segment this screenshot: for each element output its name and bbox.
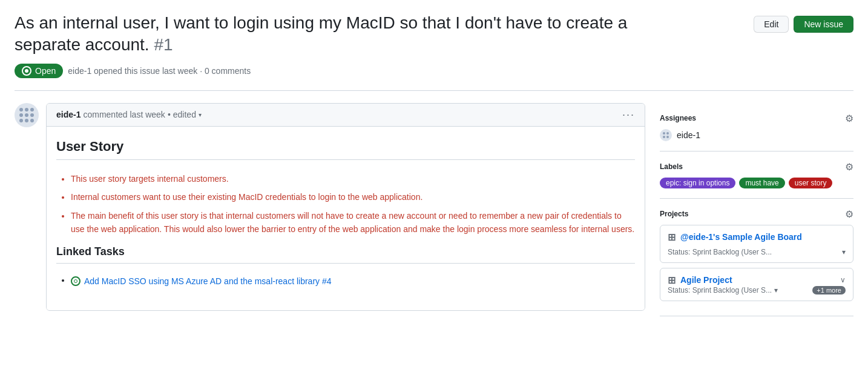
comment-header: eide-1 commented last week • edited ▾ ··… <box>47 104 645 127</box>
chevron-down-icon: ▾ <box>199 111 202 118</box>
project-card-2-header: ⊞ Agile Project ∨ <box>668 274 846 286</box>
projects-header: Projects ⚙ <box>660 208 853 220</box>
issue-meta: Open eide-1 opened this issue last week … <box>15 64 853 78</box>
project-icon: ⊞ <box>668 231 676 243</box>
label-user-story[interactable]: user story <box>789 178 833 188</box>
assignees-title: Assignees <box>660 114 696 122</box>
project-1-status: Status: Sprint Backlog (User S... ▾ <box>668 248 846 256</box>
label-must-have[interactable]: must have <box>739 178 784 188</box>
list-item: Internal customers want to use their exi… <box>71 190 635 204</box>
project-2-name[interactable]: Agile Project <box>680 275 732 285</box>
open-badge-icon <box>22 66 31 76</box>
sidebar: Assignees ⚙ eide-1 Labels ⚙ <box>660 103 853 316</box>
projects-section: Projects ⚙ ⊞ @eide-1's Sample Agile Boar… <box>660 199 853 316</box>
comment-body: User Story This user story targets inter… <box>47 127 645 310</box>
linked-task-icon <box>71 276 81 286</box>
assignee-avatar <box>660 129 672 141</box>
comment-more-button[interactable]: ··· <box>622 108 635 121</box>
project-1-name[interactable]: @eide-1's Sample Agile Board <box>680 232 802 242</box>
comment-edited-label: edited <box>173 110 196 119</box>
project-card-1: ⊞ @eide-1's Sample Agile Board Status: S… <box>660 225 853 263</box>
page-title: As an internal user, I want to login usi… <box>15 12 680 56</box>
labels-title: Labels <box>660 162 683 171</box>
assignees-section: Assignees ⚙ eide-1 <box>660 103 853 151</box>
avatar <box>15 103 39 127</box>
comment-author[interactable]: eide-1 <box>56 110 81 119</box>
project-card-2: ⊞ Agile Project ∨ Status: Sprint Backlog… <box>660 268 853 301</box>
gear-icon[interactable]: ⚙ <box>845 208 853 220</box>
label-epic[interactable]: epic: sign in options <box>660 178 735 188</box>
top-actions: Edit New issue <box>754 16 853 33</box>
gear-icon[interactable]: ⚙ <box>845 113 853 124</box>
linked-task-link[interactable]: Add MacID SSO using MS Azure AD and the … <box>71 274 635 288</box>
list-item: The main benefit of this user story is t… <box>71 209 635 236</box>
chevron-down-icon[interactable]: ▾ <box>774 286 778 294</box>
chevron-down-icon[interactable]: ∨ <box>840 276 846 284</box>
comment-header-left: eide-1 commented last week • edited ▾ <box>56 110 202 119</box>
list-item: Add MacID SSO using MS Azure AD and the … <box>71 273 635 288</box>
user-story-heading: User Story <box>56 139 635 160</box>
story-bullets: This user story targets internal custome… <box>56 172 635 236</box>
projects-title: Projects <box>660 210 688 218</box>
project-icon: ⊞ <box>668 274 676 286</box>
comment-wrapper: eide-1 commented last week • edited ▾ ··… <box>15 103 645 311</box>
new-issue-button[interactable]: New issue <box>794 16 853 33</box>
assignees-header: Assignees ⚙ <box>660 113 853 124</box>
list-item: This user story targets internal custome… <box>71 172 635 185</box>
edit-button[interactable]: Edit <box>754 16 789 33</box>
project-card-1-header: ⊞ @eide-1's Sample Agile Board <box>668 231 846 243</box>
open-badge: Open <box>15 64 63 78</box>
main-content: eide-1 commented last week • edited ▾ ··… <box>15 103 645 316</box>
assignee-name[interactable]: eide-1 <box>677 130 700 140</box>
chevron-down-icon[interactable]: ▾ <box>842 248 846 256</box>
main-layout: eide-1 commented last week • edited ▾ ··… <box>15 103 853 316</box>
linked-tasks-heading: Linked Tasks <box>56 245 635 264</box>
divider <box>15 90 853 91</box>
gear-icon[interactable]: ⚙ <box>845 161 853 173</box>
comment-timestamp: commented last week <box>83 110 165 119</box>
comment-box: eide-1 commented last week • edited ▾ ··… <box>46 103 645 311</box>
project-2-status: Status: Sprint Backlog (User S... ▾ +1 m… <box>668 286 846 294</box>
labels-row: epic: sign in options must have user sto… <box>660 178 853 188</box>
linked-tasks-list: Add MacID SSO using MS Azure AD and the … <box>56 273 635 288</box>
project-more-badge: +1 more <box>812 286 846 294</box>
labels-section: Labels ⚙ epic: sign in options must have… <box>660 151 853 199</box>
labels-header: Labels ⚙ <box>660 161 853 173</box>
assignee-row: eide-1 <box>660 129 853 141</box>
